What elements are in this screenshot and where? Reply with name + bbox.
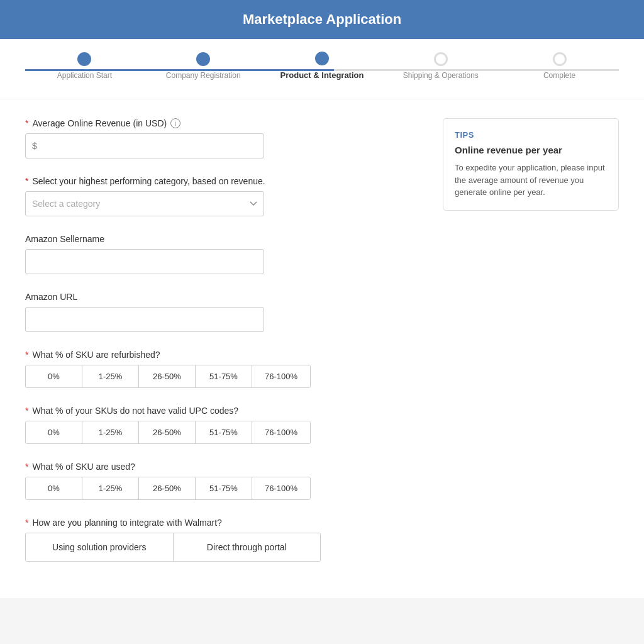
tips-label: TIPS bbox=[455, 130, 607, 140]
category-field-group: * Select your highest performing categor… bbox=[25, 176, 424, 216]
amazon-sellername-field-group: Amazon Sellername bbox=[25, 234, 424, 274]
step-circle-company-reg bbox=[196, 52, 210, 66]
amazon-url-label-text: Amazon URL bbox=[25, 292, 77, 302]
amazon-sellername-input[interactable] bbox=[25, 249, 264, 274]
sku-refurbished-51-75[interactable]: 51-75% bbox=[196, 365, 252, 387]
required-marker-3: * bbox=[25, 350, 28, 360]
revenue-field-group: * Average Online Revenue (in USD) i bbox=[25, 118, 424, 158]
sku-refurbished-field-group: * What % of SKU are refurbished? 0% 1-25… bbox=[25, 350, 424, 388]
integration-field-group: * How are you planning to integrate with… bbox=[25, 518, 424, 562]
sku-used-field-group: * What % of SKU are used? 0% 1-25% 26-50… bbox=[25, 462, 424, 500]
required-marker-6: * bbox=[25, 518, 28, 528]
integration-solution-providers[interactable]: Using solution providers bbox=[26, 533, 174, 561]
sku-used-label: * What % of SKU are used? bbox=[25, 462, 424, 472]
sku-upc-0[interactable]: 0% bbox=[26, 421, 82, 443]
category-select[interactable]: Select a category bbox=[25, 191, 264, 216]
step-circle-product-integration bbox=[315, 52, 329, 65]
category-label: * Select your highest performing categor… bbox=[25, 176, 424, 186]
required-marker: * bbox=[25, 118, 28, 128]
amazon-url-field-group: Amazon URL bbox=[25, 292, 424, 332]
sku-used-options: 0% 1-25% 26-50% 51-75% 76-100% bbox=[25, 477, 311, 500]
info-icon[interactable]: i bbox=[170, 118, 180, 128]
integration-label: * How are you planning to integrate with… bbox=[25, 518, 424, 528]
sku-upc-1-25[interactable]: 1-25% bbox=[82, 421, 139, 443]
page-title: Marketplace Application bbox=[243, 11, 401, 27]
sku-refurbished-26-50[interactable]: 26-50% bbox=[139, 365, 196, 387]
sku-refurbished-1-25[interactable]: 1-25% bbox=[82, 365, 139, 387]
step-label-complete: Complete bbox=[543, 71, 575, 80]
progress-section: Application Start Company Registration P… bbox=[0, 39, 644, 99]
sku-upc-label: * What % of your SKUs do not have valid … bbox=[25, 406, 424, 416]
tips-heading: Online revenue per year bbox=[455, 145, 607, 155]
sku-upc-26-50[interactable]: 26-50% bbox=[139, 421, 196, 443]
amazon-url-input[interactable] bbox=[25, 307, 264, 332]
step-label-company-reg: Company Registration bbox=[166, 71, 241, 80]
required-marker-4: * bbox=[25, 406, 28, 416]
required-marker-2: * bbox=[25, 176, 28, 186]
sku-used-51-75[interactable]: 51-75% bbox=[196, 477, 252, 499]
step-circle-app-start bbox=[77, 52, 91, 66]
category-label-text: Select your highest performing category,… bbox=[32, 176, 265, 186]
sku-used-label-text: What % of SKU are used? bbox=[32, 462, 135, 472]
sku-upc-label-text: What % of your SKUs do not have valid UP… bbox=[32, 406, 238, 416]
amazon-url-label: Amazon URL bbox=[25, 292, 424, 302]
tips-section: TIPS Online revenue per year To expedite… bbox=[443, 118, 619, 579]
sku-refurbished-0[interactable]: 0% bbox=[26, 365, 82, 387]
sku-used-0[interactable]: 0% bbox=[26, 477, 82, 499]
step-label-product-integration: Product & Integration bbox=[280, 70, 364, 80]
sku-used-26-50[interactable]: 26-50% bbox=[139, 477, 196, 499]
sku-refurbished-label-text: What % of SKU are refurbished? bbox=[32, 350, 160, 360]
step-circle-complete bbox=[553, 52, 567, 66]
step-shipping-ops: Shipping & Operations bbox=[381, 52, 500, 80]
sku-used-1-25[interactable]: 1-25% bbox=[82, 477, 139, 499]
step-company-reg: Company Registration bbox=[144, 52, 263, 80]
amazon-sellername-label-text: Amazon Sellername bbox=[25, 234, 104, 244]
step-label-shipping-ops: Shipping & Operations bbox=[403, 71, 479, 80]
step-product-integration: Product & Integration bbox=[263, 52, 382, 80]
revenue-label-text: Average Online Revenue (in USD) bbox=[32, 118, 167, 128]
integration-direct-portal[interactable]: Direct through portal bbox=[174, 533, 321, 561]
sku-refurbished-76-100[interactable]: 76-100% bbox=[252, 365, 310, 387]
step-label-app-start: Application Start bbox=[57, 71, 112, 80]
tips-box: TIPS Online revenue per year To expedite… bbox=[443, 118, 619, 211]
step-complete: Complete bbox=[500, 52, 619, 80]
sku-refurbished-label: * What % of SKU are refurbished? bbox=[25, 350, 424, 360]
integration-label-text: How are you planning to integrate with W… bbox=[32, 518, 221, 528]
sku-upc-field-group: * What % of your SKUs do not have valid … bbox=[25, 406, 424, 444]
amazon-sellername-label: Amazon Sellername bbox=[25, 234, 424, 244]
required-marker-5: * bbox=[25, 462, 28, 472]
tips-text: To expedite your application, please inp… bbox=[455, 162, 607, 199]
step-circle-shipping-ops bbox=[434, 52, 448, 66]
integration-options: Using solution providers Direct through … bbox=[25, 533, 321, 562]
sku-upc-51-75[interactable]: 51-75% bbox=[196, 421, 252, 443]
page-header: Marketplace Application bbox=[0, 0, 644, 39]
sku-refurbished-options: 0% 1-25% 26-50% 51-75% 76-100% bbox=[25, 365, 311, 388]
sku-upc-76-100[interactable]: 76-100% bbox=[252, 421, 310, 443]
step-app-start: Application Start bbox=[25, 52, 144, 80]
progress-steps: Application Start Company Registration P… bbox=[25, 52, 619, 80]
form-section: * Average Online Revenue (in USD) i * Se… bbox=[25, 118, 424, 579]
revenue-label: * Average Online Revenue (in USD) i bbox=[25, 118, 424, 128]
page-wrapper: Marketplace Application Application Star… bbox=[0, 0, 644, 598]
sku-upc-options: 0% 1-25% 26-50% 51-75% 76-100% bbox=[25, 421, 311, 444]
revenue-input[interactable] bbox=[25, 133, 264, 158]
main-content: * Average Online Revenue (in USD) i * Se… bbox=[0, 99, 644, 598]
sku-used-76-100[interactable]: 76-100% bbox=[252, 477, 310, 499]
